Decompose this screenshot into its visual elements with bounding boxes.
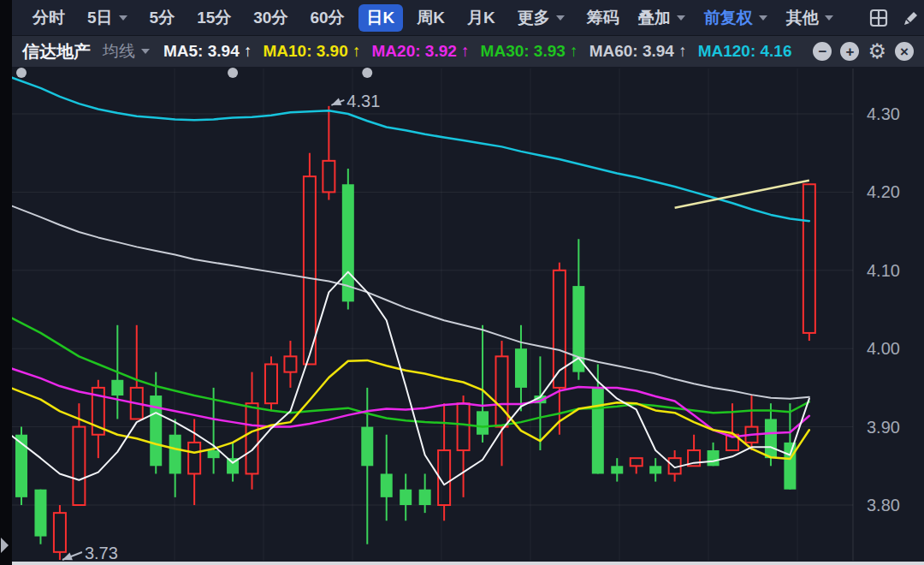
period-tab-label: 月K [467, 7, 495, 29]
settings-icon[interactable]: ⚙ [868, 41, 886, 62]
period-tab-label: 周K [417, 7, 445, 29]
tool-2[interactable]: 叠加 [630, 4, 694, 32]
ma-value-ma5: MA5: 3.94 ↑ [163, 42, 252, 61]
period-tab-label: 分时 [33, 7, 65, 29]
tool-label: 叠加 [638, 7, 671, 29]
ma-legend-bar: 信达地产 均线 MA5: 3.94 ↑MA10: 3.90 ↑MA20: 3.9… [12, 36, 924, 67]
time-axis-strip [12, 562, 924, 565]
svg-text:4.00: 4.00 [867, 339, 900, 358]
sidebar-expand-handle[interactable] [1, 538, 9, 553]
svg-text:3.90: 3.90 [867, 418, 900, 437]
chevron-down-icon [556, 15, 565, 21]
period-tab-6[interactable]: 60分 [301, 4, 352, 32]
ma-value-ma120: MA120: 4.16 [698, 42, 792, 61]
ma-bar-icons: − + ⚙ × [804, 41, 914, 62]
period-toolbar: 分时5日5分15分30分60分日K周K月K更多筹码叠加前复权其他 [12, 0, 924, 36]
tool-label: 其他 [786, 7, 819, 29]
svg-text:4.30: 4.30 [867, 104, 900, 123]
tool-1[interactable]: 筹码 [578, 4, 628, 32]
tool-label: 前复权 [704, 7, 753, 29]
indicator-label: 均线 [103, 40, 135, 62]
ma-value-ma10: MA10: 3.90 ↑ [263, 42, 360, 61]
brush-icon[interactable] [902, 9, 921, 27]
period-tab-7[interactable]: 日K [358, 4, 404, 32]
toolbar-icon-group [856, 9, 924, 27]
period-tab-1[interactable]: 分时 [24, 4, 74, 32]
ma-value-ma30: MA30: 3.93 ↑ [481, 42, 578, 61]
candlestick-chart[interactable]: 4.304.204.104.003.903.804.313.73 [0, 0, 924, 565]
stock-name: 信达地产 [22, 40, 91, 63]
grid-layout-icon[interactable] [869, 9, 888, 27]
tool-3[interactable]: 前复权 [696, 4, 776, 32]
period-tab-3[interactable]: 5分 [141, 4, 184, 32]
period-tab-2[interactable]: 5日 [79, 4, 136, 32]
period-tab-label: 5日 [87, 7, 113, 29]
chevron-down-icon [677, 15, 685, 21]
chevron-down-icon [141, 49, 150, 54]
period-tab-label: 30分 [253, 7, 287, 29]
chevron-down-icon [759, 15, 767, 21]
ma-value-ma60: MA60: 3.94 ↑ [589, 42, 687, 61]
period-tab-label: 60分 [310, 7, 344, 29]
indicator-dropdown[interactable]: 均线 [103, 40, 150, 62]
chevron-down-icon [825, 15, 833, 21]
svg-text:4.31: 4.31 [346, 92, 380, 110]
period-tab-label: 15分 [197, 7, 231, 29]
stock-chart-app: 4.304.204.104.003.903.804.313.73 分时5日5分1… [0, 0, 924, 565]
period-tab-9[interactable]: 月K [459, 4, 504, 32]
tool-4[interactable]: 其他 [778, 4, 842, 32]
period-tab-4[interactable]: 15分 [188, 4, 240, 32]
tool-label: 筹码 [587, 7, 619, 29]
svg-text:4.20: 4.20 [867, 182, 900, 201]
period-tab-10[interactable]: 更多 [509, 4, 573, 32]
period-tab-8[interactable]: 周K [408, 4, 453, 32]
chevron-down-icon [119, 15, 127, 21]
period-tab-label: 5分 [150, 7, 175, 29]
period-tab-5[interactable]: 30分 [245, 4, 296, 32]
zoom-in-icon[interactable]: + [840, 42, 859, 61]
close-icon[interactable]: × [895, 42, 914, 61]
period-tab-label: 更多 [518, 7, 550, 29]
ma-value-ma20: MA20: 3.92 ↑ [372, 42, 470, 61]
zoom-out-icon[interactable]: − [813, 42, 832, 61]
svg-text:3.80: 3.80 [867, 496, 900, 514]
collapsed-side-panel [0, 0, 12, 565]
svg-text:3.73: 3.73 [85, 544, 118, 562]
svg-text:4.10: 4.10 [867, 261, 900, 280]
ma-values: MA5: 3.94 ↑MA10: 3.90 ↑MA20: 3.92 ↑MA30:… [163, 42, 803, 61]
period-tab-label: 日K [367, 7, 395, 29]
toolbar-right-group: 筹码叠加前复权其他 [578, 4, 924, 32]
